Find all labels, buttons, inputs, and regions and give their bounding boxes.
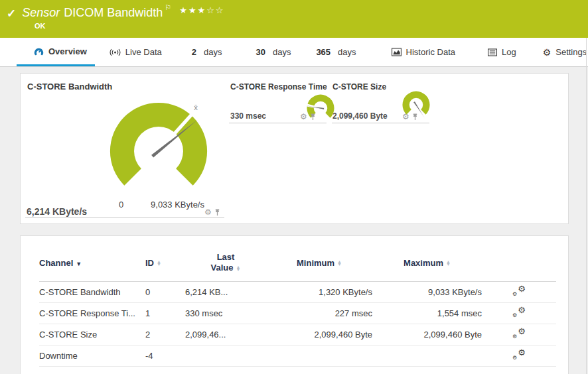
ok-check-icon: ✓ [7, 7, 16, 21]
tile-divider [25, 217, 224, 218]
tab-overview[interactable]: Overview [17, 38, 95, 66]
column-label: Minimum [297, 258, 334, 268]
tab-365-days-label: days [338, 47, 356, 57]
gauges-panel: C-STORE Bandwidth x̄ 0 9,033 KByte/s 6,2… [20, 73, 569, 224]
average-marker-label: x̄ [194, 103, 198, 111]
tab-overview-label: Overview [48, 46, 87, 56]
cell-minimum: 2,099,460 Byte [266, 324, 372, 345]
cell-minimum: 1,320 KByte/s [266, 281, 372, 302]
channel-settings-gears-icon[interactable]: ⚙⚙ [512, 306, 526, 318]
channels-table: Channel▼ ID▲▼ Last Value▲▼ Minimum▲▼ Max… [39, 252, 556, 367]
gauge-scale-min: 0 [119, 200, 123, 210]
tab-bar: Overview Live Data 2 days 30 days 365 da… [0, 38, 588, 67]
pin-icon[interactable] [310, 113, 316, 121]
table-row[interactable]: Downtime -4 ⚙⚙ [39, 345, 556, 366]
column-label: Channel [39, 258, 73, 268]
column-header-minimum[interactable]: Minimum▲▼ [266, 252, 372, 281]
column-header-channel[interactable]: Channel▼ [39, 252, 145, 281]
status-badge: OK [35, 22, 46, 30]
cell-maximum [372, 345, 482, 366]
channel-settings-gears-icon[interactable]: ⚙⚙ [512, 328, 526, 339]
tab-live-data-label: Live Data [125, 47, 162, 57]
column-header-last-value[interactable]: Last Value▲▼ [185, 252, 266, 281]
channel-settings-gears-icon[interactable]: ⚙⚙ [512, 349, 526, 360]
tab-historic-data[interactable]: Historic Data [392, 38, 455, 66]
cell-maximum: 1,554 msec [372, 302, 482, 324]
tab-live-data[interactable]: Live Data [110, 38, 162, 66]
tab-historic-data-label: Historic Data [406, 47, 455, 57]
sort-desc-icon: ▼ [76, 261, 82, 267]
gauge-icon [34, 47, 44, 56]
sort-icon: ▲▼ [157, 261, 161, 266]
pin-icon[interactable] [412, 113, 418, 121]
tab-2-days-label: days [204, 47, 222, 57]
main-gauge-title: C-STORE Bandwidth [27, 82, 112, 92]
settings-gear-icon: ⚙ [543, 48, 551, 57]
column-label: Maximum [404, 258, 443, 268]
cell-last-value: 330 msec [185, 302, 266, 324]
cell-last-value: 2,099,46... [185, 324, 266, 345]
tab-365-days[interactable]: 365 days [316, 38, 356, 66]
tab-settings-label: Settings [555, 47, 587, 57]
tab-365-days-number: 365 [316, 47, 331, 57]
sensor-header: ✓ Sensor DICOM Bandwidth ⚐ ★★★☆☆ OK [0, 0, 588, 38]
tab-30-days[interactable]: 30 days [256, 38, 291, 66]
table-row[interactable]: C-STORE Size 2 2,099,46... 2,099,460 Byt… [39, 324, 556, 345]
main-gauge-value: 6,214 KByte/s [27, 206, 87, 217]
gauge-settings-gear-icon[interactable]: ⚙ [402, 113, 409, 121]
cell-last-value [185, 345, 266, 366]
response-time-gauge [302, 90, 339, 127]
column-label: Last [217, 252, 235, 262]
gauge-settings-gear-icon[interactable]: ⚙ [300, 113, 307, 121]
cell-channel: C-STORE Size [39, 324, 145, 345]
cell-channel: C-STORE Response Ti... [39, 302, 145, 324]
priority-stars[interactable]: ★★★☆☆ [179, 5, 224, 15]
bandwidth-gauge: x̄ [102, 94, 216, 208]
tab-log[interactable]: Log [488, 38, 516, 66]
sort-icon: ▲▼ [337, 261, 342, 266]
cell-maximum: 9,033 KByte/s [372, 281, 482, 302]
scrollbar-edge [586, 38, 587, 374]
pin-icon[interactable] [214, 209, 220, 216]
flag-icon[interactable]: ⚐ [165, 3, 171, 12]
sort-icon: ▲▼ [236, 266, 241, 271]
tile-divider [332, 123, 429, 123]
channel-settings-gears-icon[interactable]: ⚙⚙ [512, 285, 526, 296]
tab-settings[interactable]: ⚙ Settings [543, 38, 587, 66]
tab-2-days[interactable]: 2 days [192, 38, 222, 66]
cell-id: 2 [145, 324, 185, 345]
gauge-scale-max: 9,033 KByte/s [151, 200, 204, 210]
table-row[interactable]: C-STORE Response Ti... 1 330 msec 227 ms… [39, 302, 556, 324]
cell-id: 0 [145, 281, 185, 302]
tab-2-days-number: 2 [192, 47, 196, 57]
size-value: 2,099,460 Byte [332, 111, 388, 121]
channels-panel: Channel▼ ID▲▼ Last Value▲▼ Minimum▲▼ Max… [20, 235, 569, 374]
cell-maximum: 2,099,460 Byte [372, 324, 482, 345]
cell-id: -4 [145, 345, 185, 366]
column-header-actions [482, 252, 556, 281]
cell-minimum [266, 345, 372, 366]
table-row[interactable]: C-STORE Bandwidth 0 6,214 KB... 1,320 KB… [39, 281, 556, 302]
broadcast-icon [110, 48, 121, 56]
tile-divider [229, 123, 327, 123]
cell-channel: Downtime [39, 345, 145, 366]
cell-id: 1 [145, 302, 185, 324]
sort-icon: ▲▼ [446, 261, 451, 266]
size-title: C-STORE Size [332, 82, 386, 92]
cell-last-value: 6,214 KB... [185, 281, 266, 302]
log-list-icon [488, 48, 497, 56]
tab-30-days-number: 30 [256, 47, 265, 57]
area-chart-icon [392, 48, 402, 56]
response-time-value: 330 msec [230, 111, 266, 121]
cell-minimum: 227 msec [266, 302, 372, 324]
column-label: ID [145, 258, 154, 268]
sensor-kind-label: Sensor [22, 6, 60, 20]
tab-30-days-label: days [273, 47, 291, 57]
tab-log-label: Log [502, 47, 516, 57]
cell-channel: C-STORE Bandwidth [39, 281, 145, 302]
column-header-maximum[interactable]: Maximum▲▼ [372, 252, 482, 281]
column-header-id[interactable]: ID▲▼ [145, 252, 185, 281]
sensor-name: DICOM Bandwidth [64, 6, 163, 20]
column-label: Value [211, 263, 234, 273]
gauge-settings-gear-icon[interactable]: ⚙ [204, 208, 212, 216]
